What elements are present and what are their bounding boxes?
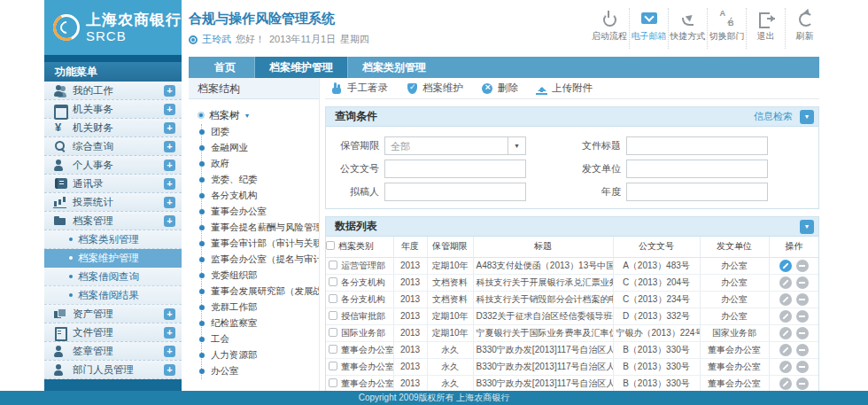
toolbar-button[interactable]: 档案维护: [406, 82, 463, 95]
edit-button[interactable]: [779, 344, 792, 356]
year-label: 年度: [568, 185, 626, 199]
tree-node[interactable]: 董事会发展研究部（发展战略...: [202, 284, 315, 300]
row-checkbox[interactable]: [329, 277, 337, 286]
sidebar-item-icon: [53, 84, 66, 97]
select-caret-icon[interactable]: ▼: [508, 137, 525, 154]
tree-node[interactable]: 金融网业: [202, 140, 315, 156]
sidebar-item[interactable]: 机关财务 +: [44, 119, 182, 137]
sidebar-item[interactable]: 文件管理 +: [44, 323, 182, 342]
sidebar-subitem[interactable]: 档案类别管理: [44, 230, 182, 249]
edit-button[interactable]: [779, 378, 792, 390]
sidebar-item-label: 机关财务: [73, 121, 158, 135]
remove-button[interactable]: [796, 378, 809, 390]
expand-plus-button[interactable]: +: [164, 160, 175, 171]
tree-node[interactable]: 人力资源部: [202, 347, 315, 363]
edit-button[interactable]: [779, 260, 792, 272]
tree-node[interactable]: 董事会提名薪酬与风险管理委...: [202, 220, 315, 236]
sidebar-item[interactable]: 档案管理 +: [44, 212, 182, 230]
remove-button[interactable]: [796, 260, 809, 272]
sidebar-item[interactable]: 投票统计 +: [44, 193, 182, 212]
sidebar-item[interactable]: 我的工作 +: [44, 82, 182, 100]
retention-label: 保管期限: [326, 139, 384, 152]
doc-no-input[interactable]: [384, 160, 526, 178]
sidebar-item[interactable]: 机关事务 +: [44, 100, 182, 119]
tree-node[interactable]: 团委: [202, 124, 315, 140]
retention-select[interactable]: 全部 ▼: [384, 136, 526, 155]
expand-plus-button[interactable]: +: [164, 122, 175, 134]
row-checkbox[interactable]: [329, 378, 337, 387]
row-checkbox[interactable]: [329, 261, 337, 269]
expand-plus-button[interactable]: +: [164, 197, 175, 208]
remove-button[interactable]: [796, 276, 809, 289]
sidebar-item[interactable]: 通讯录 +: [44, 175, 182, 193]
sidebar-subitem[interactable]: 档案维护管理: [44, 249, 182, 268]
expand-plus-button[interactable]: +: [164, 141, 175, 152]
quick-action-button[interactable]: 退出: [746, 8, 785, 49]
year-input[interactable]: [626, 183, 768, 201]
remove-button[interactable]: [796, 310, 809, 323]
remove-button[interactable]: [796, 293, 809, 306]
tree-node[interactable]: 纪检监察室: [202, 315, 315, 331]
quick-action-label: 快捷方式: [669, 30, 707, 43]
edit-button[interactable]: [779, 310, 792, 323]
row-checkbox[interactable]: [329, 328, 337, 337]
collapse-button[interactable]: ▼: [800, 220, 814, 234]
file-title-input[interactable]: [626, 136, 768, 155]
tree-node-bullet-icon: [199, 337, 205, 342]
col-category: 档案类别: [338, 241, 374, 251]
tree-node[interactable]: 办公室: [202, 363, 315, 379]
row-checkbox[interactable]: [329, 311, 337, 320]
expand-plus-button[interactable]: +: [164, 104, 175, 115]
tab[interactable]: 档案维护管理: [254, 57, 348, 78]
expand-plus-button[interactable]: +: [164, 364, 175, 376]
tree-node[interactable]: 政府: [202, 156, 315, 172]
sidebar-item[interactable]: 签章管理 +: [44, 342, 182, 361]
expand-plus-button[interactable]: +: [164, 327, 175, 339]
tree-node[interactable]: 工会: [202, 331, 315, 347]
sidebar-item[interactable]: 综合查询 +: [44, 137, 182, 156]
quick-action-button[interactable]: 启动流程: [590, 8, 629, 49]
toolbar-button[interactable]: 删除: [481, 82, 518, 95]
select-all-checkbox[interactable]: [326, 241, 335, 250]
toolbar-button[interactable]: 上传附件: [536, 82, 593, 95]
quick-action-button[interactable]: 快捷方式: [668, 8, 707, 49]
collapse-button[interactable]: ▼: [800, 110, 814, 124]
edit-button[interactable]: [779, 361, 792, 373]
sidebar-item[interactable]: 资产管理 +: [44, 305, 182, 323]
info-search-link[interactable]: 信息检索: [754, 110, 793, 123]
tree-node[interactable]: 各分支机构: [202, 188, 315, 204]
edit-button[interactable]: [779, 276, 792, 289]
quick-action-button[interactable]: 切换部门: [707, 8, 746, 49]
row-checkbox[interactable]: [329, 345, 337, 354]
issuer-input[interactable]: [626, 160, 768, 178]
expand-plus-button[interactable]: +: [164, 215, 175, 227]
tree-node[interactable]: 党委、纪委: [202, 172, 315, 188]
drafter-input[interactable]: [384, 183, 526, 201]
expand-plus-button[interactable]: +: [164, 85, 175, 97]
tree-node[interactable]: 党委组织部: [202, 268, 315, 284]
remove-button[interactable]: [796, 344, 809, 356]
row-checkbox[interactable]: [329, 362, 337, 370]
tab[interactable]: 首页: [196, 57, 254, 78]
tree-root-node[interactable]: 档案树 ▼: [198, 106, 315, 124]
edit-button[interactable]: [779, 293, 792, 306]
remove-button[interactable]: [796, 361, 809, 373]
tree-node[interactable]: 董事会审计部（审计与关联交...: [202, 236, 315, 252]
quick-action-button[interactable]: 刷新: [785, 8, 824, 49]
row-checkbox[interactable]: [329, 294, 337, 303]
expand-plus-button[interactable]: +: [164, 346, 175, 357]
sidebar-subitem[interactable]: 档案借阅结果: [44, 286, 182, 305]
sidebar-subitem[interactable]: 档案借阅查询: [44, 268, 182, 286]
remove-button[interactable]: [796, 327, 809, 339]
expand-plus-button[interactable]: +: [164, 308, 175, 320]
sidebar-item[interactable]: 个人事务 +: [44, 156, 182, 175]
tree-node[interactable]: 监事会办公室（提名与审计委...: [202, 252, 315, 268]
expand-plus-button[interactable]: +: [164, 178, 175, 190]
quick-action-button[interactable]: 电子邮箱: [629, 8, 668, 49]
toolbar-button[interactable]: 手工著录: [330, 82, 388, 95]
tree-node[interactable]: 党群工作部: [202, 300, 315, 315]
tab[interactable]: 档案类别管理: [348, 57, 440, 78]
tree-node[interactable]: 董事会办公室: [202, 204, 315, 220]
sidebar-item[interactable]: 部门人员管理 +: [44, 361, 182, 379]
edit-button[interactable]: [779, 327, 792, 339]
